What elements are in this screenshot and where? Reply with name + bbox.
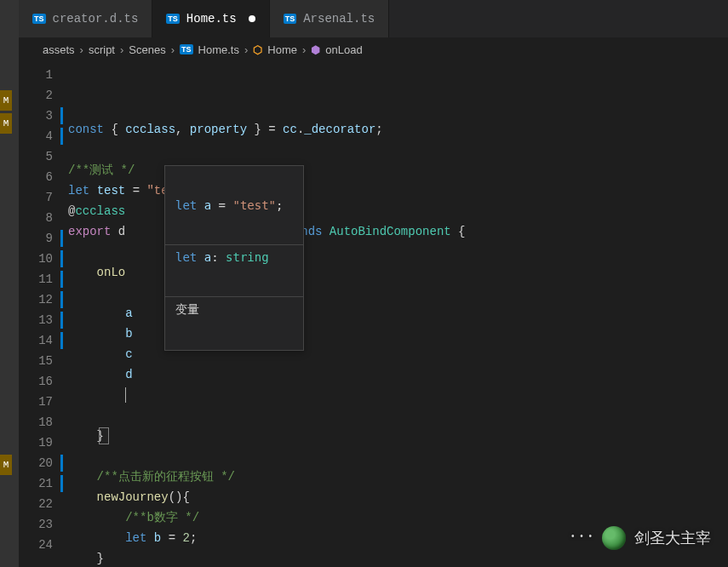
gutter-marker: M xyxy=(0,455,12,475)
watermark-text: 剑圣大主宰 xyxy=(634,528,711,548)
bracket-match-highlight xyxy=(99,427,109,444)
wechat-icon xyxy=(602,526,626,550)
line-number-gutter: 123456789101112131415161718192021222324 xyxy=(19,61,68,567)
code-line[interactable]: /**点击新的征程按钮 */ xyxy=(68,467,728,487)
line-number: 19 xyxy=(19,432,68,453)
line-number: 7 xyxy=(19,187,68,208)
tab-label: Arsenal.ts xyxy=(303,12,375,26)
modified-line-indicator xyxy=(60,271,63,288)
editor-tab[interactable]: TScreator.d.ts xyxy=(19,0,152,37)
breadcrumb-seg[interactable]: script xyxy=(89,43,115,56)
dirty-indicator-icon xyxy=(249,15,255,22)
line-number: 5 xyxy=(19,146,68,167)
breadcrumb-seg[interactable]: Home.ts xyxy=(198,43,239,56)
code-line[interactable]: } xyxy=(68,548,728,567)
code-line[interactable] xyxy=(68,405,728,426)
chevron-right-icon: › xyxy=(80,43,83,56)
code-line[interactable]: /**b数字 */ xyxy=(68,507,728,528)
modified-line-indicator xyxy=(60,332,63,349)
code-line[interactable]: const { ccclass, property } = cc._decora… xyxy=(68,119,728,140)
line-number: 2 xyxy=(19,85,68,106)
method-icon: ⬢ xyxy=(311,43,320,56)
tab-label: creator.d.ts xyxy=(53,12,139,26)
line-number: 8 xyxy=(19,208,68,228)
line-number: 24 xyxy=(19,535,68,555)
line-number: 16 xyxy=(19,371,68,392)
line-number: 21 xyxy=(19,473,68,494)
chevron-right-icon: › xyxy=(302,43,306,56)
line-number: 18 xyxy=(19,412,68,432)
hover-definition: let a = "test"; xyxy=(165,193,303,217)
ts-file-icon: TS xyxy=(180,44,193,54)
line-number: 10 xyxy=(19,249,68,269)
modified-line-indicator xyxy=(60,312,63,329)
chevron-right-icon: › xyxy=(171,43,175,56)
code-line[interactable]: newJourney(){ xyxy=(68,487,728,507)
breadcrumb[interactable]: assets › script › Scenes › TS Home.ts › … xyxy=(19,37,728,61)
line-number: 11 xyxy=(19,269,68,289)
tab-bar: TScreator.d.tsTSHome.tsTSArsenal.ts xyxy=(19,0,728,37)
modified-line-indicator xyxy=(60,455,63,472)
line-number: 14 xyxy=(19,330,68,351)
chevron-right-icon: › xyxy=(244,43,248,56)
line-number: 4 xyxy=(19,126,68,146)
code-line[interactable]: } xyxy=(68,426,728,446)
code-line[interactable]: d xyxy=(68,364,728,385)
line-number: 17 xyxy=(19,392,68,412)
code-line[interactable] xyxy=(68,446,728,467)
line-number: 13 xyxy=(19,310,68,330)
breadcrumb-seg[interactable]: Home xyxy=(267,43,297,56)
line-number: 15 xyxy=(19,351,68,371)
line-number: 3 xyxy=(19,106,68,126)
modified-line-indicator xyxy=(60,475,63,492)
wechat-dots-icon: • • • xyxy=(571,531,593,541)
ts-file-icon: TS xyxy=(32,14,46,24)
chevron-right-icon: › xyxy=(120,43,123,56)
ts-file-icon: TS xyxy=(284,14,297,24)
hover-kind-label: 变量 xyxy=(165,296,303,323)
modified-line-indicator xyxy=(60,250,63,267)
code-area[interactable]: const { ccclass, property } = cc._decora… xyxy=(68,61,728,567)
activity-strip: M M M xyxy=(0,0,19,567)
modified-line-indicator xyxy=(60,291,63,308)
breadcrumb-seg[interactable]: assets xyxy=(43,43,75,56)
editor-tab[interactable]: TSArsenal.ts xyxy=(270,0,390,37)
breadcrumb-seg[interactable]: onLoad xyxy=(325,43,362,56)
modified-line-indicator xyxy=(60,107,63,124)
line-number: 22 xyxy=(19,494,68,514)
line-number: 20 xyxy=(19,453,68,473)
line-number: 1 xyxy=(19,65,68,85)
line-number: 23 xyxy=(19,514,68,535)
gutter-marker: M xyxy=(0,113,12,134)
modified-line-indicator xyxy=(60,230,63,247)
code-line[interactable] xyxy=(68,385,728,405)
line-number: 9 xyxy=(19,228,68,249)
hover-type: let a: string xyxy=(165,244,303,269)
watermark: • • • 剑圣大主宰 xyxy=(571,526,711,550)
text-cursor xyxy=(125,387,126,403)
gutter-marker: M xyxy=(0,90,12,111)
code-line[interactable] xyxy=(68,140,728,160)
editor[interactable]: 123456789101112131415161718192021222324 … xyxy=(19,61,728,567)
line-number: 12 xyxy=(19,289,68,310)
tab-label: Home.ts xyxy=(186,12,237,26)
editor-tab[interactable]: TSHome.ts xyxy=(152,0,269,37)
class-icon: ⬡ xyxy=(253,43,262,56)
ts-file-icon: TS xyxy=(166,14,180,24)
line-number: 6 xyxy=(19,167,68,187)
breadcrumb-seg[interactable]: Scenes xyxy=(129,43,165,56)
modified-line-indicator xyxy=(60,128,63,145)
hover-widget: let a = "test"; let a: string 变量 xyxy=(164,165,304,351)
